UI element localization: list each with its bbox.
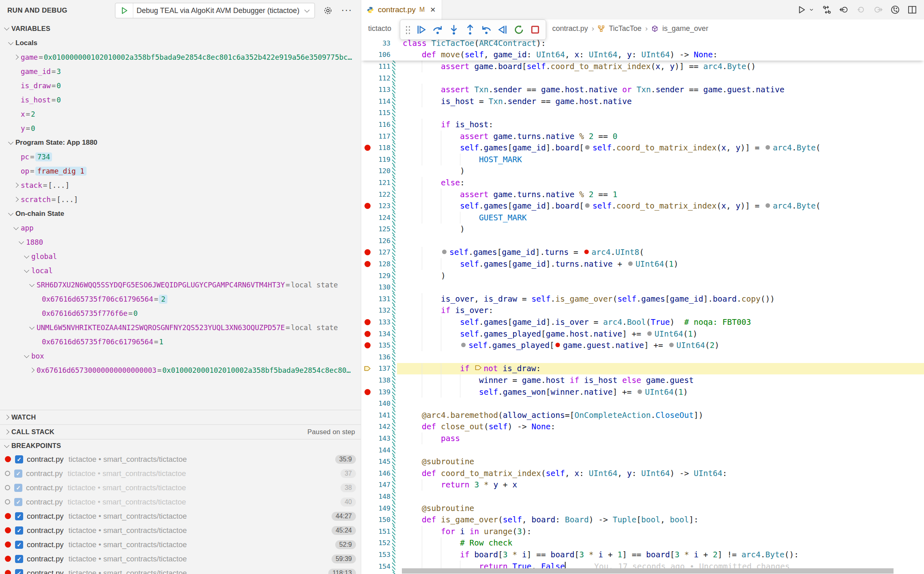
variable-row-box[interactable]: box xyxy=(0,349,361,363)
breakpoint-row[interactable]: ✓contract.pytictactoe • smart_contracts/… xyxy=(0,566,361,574)
breakpoints-section-header[interactable]: BREAKPOINTS xyxy=(0,439,361,452)
variable-row-0x67616d65735f776f6e[interactable]: 0x67616d65735f776f6e = 0 xyxy=(0,306,361,320)
breakpoint-checkbox[interactable]: ✓ xyxy=(15,512,23,520)
step-into-icon[interactable] xyxy=(447,22,461,37)
inline-breakpoint-icon[interactable] xyxy=(638,389,642,394)
chevron-down-icon[interactable] xyxy=(7,210,15,217)
breakpoint-row[interactable]: ✓contract.pytictactoe • smart_contracts/… xyxy=(0,509,361,523)
inline-breakpoint-icon[interactable] xyxy=(766,145,770,150)
breadcrumb-item-file[interactable]: contract.py xyxy=(552,24,588,33)
inline-breakpoint-icon[interactable] xyxy=(584,250,589,254)
breakpoint-checkbox[interactable]: ✓ xyxy=(14,484,22,492)
breakpoint-checkbox[interactable]: ✓ xyxy=(15,569,23,574)
chevron-down-icon[interactable] xyxy=(23,253,31,260)
inline-breakpoint-icon[interactable] xyxy=(585,203,590,208)
variable-row-y[interactable]: y = 0 xyxy=(0,121,361,135)
variable-row-game[interactable]: game = 0x010000000102010002a358bf5bada9e… xyxy=(0,50,361,64)
breakpoint-row[interactable]: ✓contract.pytictactoe • smart_contracts/… xyxy=(0,466,361,481)
breakpoint-row[interactable]: ✓contract.pytictactoe • smart_contracts/… xyxy=(0,552,361,566)
stop-icon[interactable] xyxy=(528,22,542,37)
step-over-icon[interactable] xyxy=(430,22,445,37)
breadcrumb-item-folder[interactable]: tictacto xyxy=(368,24,391,33)
breakpoint-row[interactable]: ✓contract.pytictactoe • smart_contracts/… xyxy=(0,537,361,552)
breakpoint-gutter-icon[interactable] xyxy=(361,389,373,395)
breakpoint-gutter-icon[interactable] xyxy=(361,249,373,255)
breakpoint-row[interactable]: ✓contract.pytictactoe • smart_contracts/… xyxy=(0,452,361,466)
breakpoint-checkbox[interactable]: ✓ xyxy=(14,498,22,506)
variables-section-header[interactable]: VARIABLES xyxy=(0,21,361,36)
tab-contract-py[interactable]: contract.py M ✕ xyxy=(361,0,442,20)
variable-row-program-state-app-1880[interactable]: Program State: App 1880 xyxy=(0,135,361,150)
inline-breakpoint-icon[interactable] xyxy=(647,331,652,336)
breakpoint-row[interactable]: ✓contract.pytictactoe • smart_contracts/… xyxy=(0,495,361,509)
chevron-down-icon[interactable] xyxy=(7,39,15,47)
variable-row-local[interactable]: local xyxy=(0,263,361,278)
timeline-graph-icon[interactable] xyxy=(891,5,900,14)
breakpoint-gutter-icon[interactable] xyxy=(361,319,373,325)
variable-row-0x67616d65735f706c61796564[interactable]: 0x67616d65735f706c61796564 = 1 xyxy=(0,335,361,349)
inline-breakpoint-icon[interactable] xyxy=(669,343,674,347)
variable-row-pc[interactable]: pc = 734 xyxy=(0,150,361,164)
breakpoint-gutter-icon[interactable] xyxy=(361,342,373,348)
call-stack-section-header[interactable]: CALL STACK Paused on step xyxy=(0,424,361,439)
chevron-down-icon[interactable] xyxy=(28,324,37,331)
variable-row-op[interactable]: op = frame_dig 1 xyxy=(0,164,361,178)
step-out-icon[interactable] xyxy=(463,22,477,37)
variable-row-global[interactable]: global xyxy=(0,249,361,263)
breakpoint-gutter-icon[interactable] xyxy=(361,203,373,209)
variable-row-is-draw[interactable]: is_draw = 0 xyxy=(0,78,361,93)
step-back-icon[interactable] xyxy=(479,22,494,37)
drag-handle-icon[interactable] xyxy=(405,25,411,34)
breadcrumb-item-method[interactable]: is_game_over xyxy=(662,24,708,33)
breakpoint-checkbox[interactable]: ✓ xyxy=(15,555,23,563)
variable-row-app[interactable]: app xyxy=(0,221,361,235)
breadcrumb-item-class[interactable]: TicTacToe xyxy=(609,24,641,33)
inline-breakpoint-icon[interactable] xyxy=(585,145,590,150)
chevron-down-icon[interactable] xyxy=(23,352,31,360)
close-icon[interactable]: ✕ xyxy=(430,6,436,14)
chevron-down-icon[interactable] xyxy=(7,139,15,146)
horizontal-scrollbar[interactable] xyxy=(402,568,894,574)
variable-row-is-host[interactable]: is_host = 0 xyxy=(0,93,361,107)
split-editor-icon[interactable] xyxy=(908,5,917,14)
nav-back-icon[interactable] xyxy=(839,5,848,14)
breakpoint-checkbox[interactable]: ✓ xyxy=(15,541,23,549)
inline-breakpoint-icon[interactable] xyxy=(766,203,770,208)
gear-icon[interactable] xyxy=(322,4,334,17)
breakpoint-row[interactable]: ✓contract.pytictactoe • smart_contracts/… xyxy=(0,481,361,495)
breakpoint-checkbox[interactable]: ✓ xyxy=(14,470,22,478)
variable-row-0x67616d65735f706c61796564[interactable]: 0x67616d65735f706c61796564 = 2 xyxy=(0,292,361,306)
start-debugging-icon[interactable] xyxy=(115,3,133,18)
variable-row-1880[interactable]: 1880 xyxy=(0,235,361,249)
chevron-right-icon[interactable] xyxy=(13,54,21,61)
chevron-down-icon[interactable] xyxy=(23,267,31,274)
chevron-right-icon[interactable] xyxy=(13,182,21,189)
variable-row-unml6w5nvhrikteozaa4ni2swqrosg[interactable]: UNML6W5NVHRIKTEOZAA4NI2SWQROSGNFNY2QS523… xyxy=(0,320,361,335)
breakpoint-gutter-icon[interactable] xyxy=(361,261,373,267)
inline-breakpoint-icon[interactable] xyxy=(442,250,447,254)
breakpoint-gutter-icon[interactable] xyxy=(361,145,373,151)
chevron-down-icon[interactable] xyxy=(809,5,814,14)
variable-row-stack[interactable]: stack = [...] xyxy=(0,178,361,192)
chevron-down-icon[interactable] xyxy=(18,239,26,246)
variable-row-scratch[interactable]: scratch = [...] xyxy=(0,192,361,207)
variable-row-x[interactable]: x = 2 xyxy=(0,107,361,121)
breakpoint-checkbox[interactable]: ✓ xyxy=(15,455,23,463)
current-step-arrow-icon[interactable] xyxy=(361,365,373,372)
watch-section-header[interactable]: WATCH xyxy=(0,410,361,424)
inline-breakpoint-icon[interactable] xyxy=(461,343,466,347)
variable-row-game-id[interactable]: game_id = 3 xyxy=(0,64,361,78)
run-icon[interactable] xyxy=(797,5,806,14)
breakpoint-row[interactable]: ✓contract.pytictactoe • smart_contracts/… xyxy=(0,523,361,537)
chevron-down-icon[interactable] xyxy=(13,224,21,232)
variable-row-on-chain-state[interactable]: On-chain State xyxy=(0,207,361,221)
continue-icon[interactable] xyxy=(414,22,429,37)
breakpoint-checkbox[interactable]: ✓ xyxy=(15,526,23,535)
variable-row-locals[interactable]: Locals xyxy=(0,36,361,50)
restart-icon[interactable] xyxy=(512,22,526,37)
chevron-right-icon[interactable] xyxy=(13,196,21,203)
reverse-continue-icon[interactable] xyxy=(495,22,510,37)
debug-config-dropdown[interactable]: Debug TEAL via AlgoKit AVM Debugger (tic… xyxy=(115,3,315,18)
chevron-right-icon[interactable] xyxy=(28,367,37,374)
variable-row-0x67616d65730000000000000003[interactable]: 0x67616d65730000000000000003 = 0x0100020… xyxy=(0,363,361,377)
